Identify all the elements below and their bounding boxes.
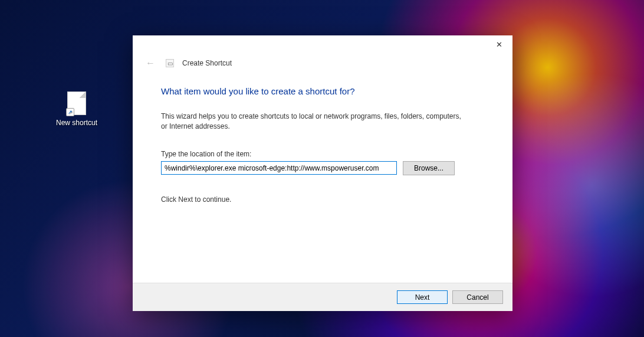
- close-icon: ✕: [496, 40, 502, 49]
- shortcut-arrow-badge: ↗: [66, 108, 74, 116]
- dialog-heading: What item would you like to create a sho…: [161, 86, 484, 96]
- location-field-row: Browse...: [161, 161, 484, 175]
- location-field-label: Type the location of the item:: [161, 150, 484, 158]
- browse-button[interactable]: Browse...: [403, 161, 455, 175]
- arrow-left-icon: ←: [146, 58, 155, 68]
- desktop-shortcut-label: New shortcut: [50, 119, 103, 127]
- create-shortcut-dialog: ✕ ← ▭ Create Shortcut What item would yo…: [133, 35, 512, 311]
- close-button[interactable]: ✕: [485, 35, 512, 53]
- dialog-content: What item would you like to create a sho…: [133, 70, 512, 283]
- location-input[interactable]: [161, 161, 397, 175]
- continue-hint: Click Next to continue.: [161, 195, 484, 204]
- wizard-icon: ▭: [166, 59, 174, 67]
- cancel-button[interactable]: Cancel: [452, 290, 503, 304]
- desktop-shortcut[interactable]: ↗ New shortcut: [50, 91, 103, 127]
- dialog-footer: Next Cancel: [133, 283, 512, 311]
- dialog-header-row: ← ▭ Create Shortcut: [133, 54, 512, 70]
- desktop-background: ↗ New shortcut ✕ ← ▭ Create Shortcut Wha…: [0, 0, 644, 337]
- dialog-titlebar: ✕: [133, 35, 512, 54]
- dialog-description: This wizard helps you to create shortcut…: [161, 112, 468, 132]
- wizard-title: Create Shortcut: [182, 59, 232, 67]
- shortcut-file-icon: ↗: [67, 91, 86, 115]
- back-button[interactable]: ←: [143, 57, 157, 70]
- next-button[interactable]: Next: [397, 290, 448, 304]
